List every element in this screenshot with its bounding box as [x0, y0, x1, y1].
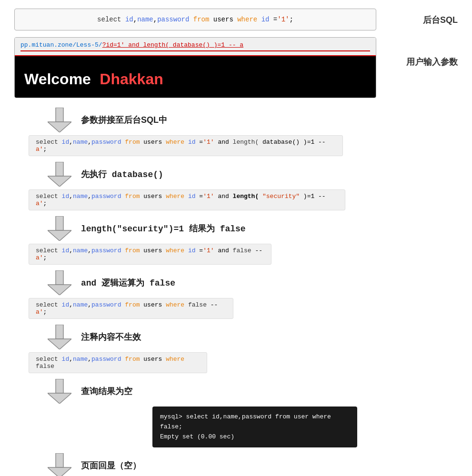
- step2-label: 先执行 database(): [81, 169, 163, 180]
- browser-url: pp.mituan.zone/Less-5/?id=1' and length(…: [15, 38, 376, 56]
- step6-label: 查询结果为空: [81, 386, 132, 397]
- arrow-row-7: 页面回显（空）: [0, 453, 472, 476]
- right-label-sql: 后台SQL: [423, 14, 458, 26]
- svg-marker-3: [48, 176, 71, 187]
- step7-label: 页面回显（空）: [81, 460, 141, 471]
- step3-label: length("security")=1 结果为 false: [81, 223, 246, 234]
- step5-label: 注释内容不生效: [81, 331, 141, 343]
- url-base: pp.mituan.zone/Less-5/: [20, 41, 102, 49]
- arrow-row-2: 先执行 database(): [0, 162, 472, 187]
- svg-marker-13: [48, 467, 71, 476]
- step4-sql: select id,name,password from users where…: [29, 298, 233, 319]
- svg-marker-5: [48, 230, 71, 241]
- arrow-icon-2: [48, 162, 71, 187]
- step4-label: and 逻辑运算为 false: [81, 277, 175, 288]
- arrow-icon-3: [48, 216, 71, 241]
- step1-label: 参数拼接至后台SQL中: [81, 114, 167, 126]
- arrow-row-1: 参数拼接至后台SQL中: [0, 108, 472, 132]
- svg-rect-12: [56, 453, 63, 467]
- page-content: select id,name,password from users where…: [0, 0, 472, 476]
- browser-box: pp.mituan.zone/Less-5/?id=1' and length(…: [14, 37, 376, 98]
- svg-rect-0: [56, 108, 63, 122]
- step1-sql: select id,name,password from users where…: [29, 135, 343, 156]
- svg-rect-8: [56, 325, 63, 339]
- arrow-icon-5: [48, 325, 71, 349]
- svg-marker-7: [48, 285, 71, 295]
- step5-sql: select id,name,password from users where…: [29, 352, 207, 373]
- mysql-terminal: mysql> select id,name,password from user…: [152, 407, 357, 447]
- arrow-icon-7: [48, 453, 71, 476]
- arrow-row-4: and 逻辑运算为 false: [0, 270, 472, 295]
- mysql-line1: mysql> select id,name,password from user…: [160, 412, 350, 432]
- arrow-icon-6: [48, 379, 71, 404]
- svg-marker-9: [48, 339, 71, 349]
- sql-select: select: [97, 16, 125, 23]
- svg-rect-2: [56, 162, 63, 176]
- browser-dhakkan: Dhakkan: [100, 70, 163, 88]
- arrow-row-3: length("security")=1 结果为 false: [0, 216, 472, 241]
- svg-rect-4: [56, 216, 63, 230]
- browser-content: Welcome Dhakkan: [15, 56, 376, 98]
- step2-sql: select id,name,password from users where…: [29, 189, 345, 210]
- right-label-input: 用户输入参数: [406, 56, 458, 68]
- arrow-icon-1: [48, 108, 71, 132]
- arrow-icon-4: [48, 270, 71, 295]
- mysql-line2: Empty set (0.00 sec): [160, 432, 350, 442]
- arrow-row-6: 查询结果为空: [0, 379, 472, 404]
- svg-marker-1: [48, 122, 71, 132]
- svg-rect-6: [56, 270, 63, 285]
- svg-marker-11: [48, 393, 71, 404]
- browser-welcome: Welcome: [24, 70, 91, 88]
- url-param: ?id=1' and length( database() )=1 -- a: [102, 41, 243, 49]
- svg-rect-10: [56, 379, 63, 393]
- top-sql-box: select id,name,password from users where…: [14, 9, 376, 30]
- step3-sql: select id,name,password from users where…: [29, 244, 271, 265]
- arrow-row-5: 注释内容不生效: [0, 325, 472, 349]
